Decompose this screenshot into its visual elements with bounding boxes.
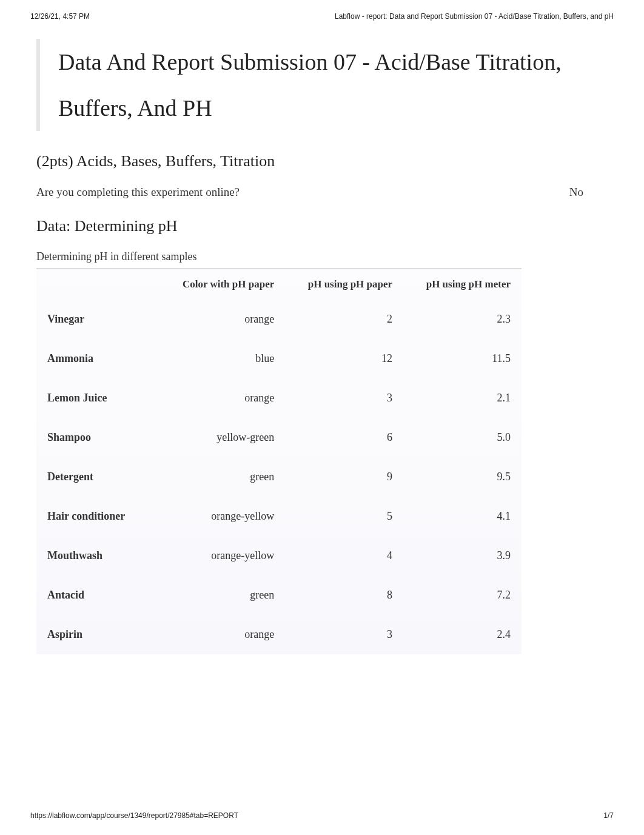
table-row: Detergentgreen99.5: [36, 457, 522, 497]
ph-data-table: Color with pH paper pH using pH paper pH…: [36, 268, 522, 654]
table-cell-color: orange: [167, 615, 285, 654]
table-cell-color: orange-yellow: [167, 497, 285, 536]
table-cell-ph_paper: 4: [285, 536, 403, 575]
print-page-title: Labflow - report: Data and Report Submis…: [335, 12, 614, 21]
table-cell-ph_meter: 5.0: [403, 418, 522, 457]
table-cell-sample: Shampoo: [36, 418, 167, 457]
table-cell-ph_meter: 9.5: [403, 457, 522, 497]
table-cell-sample: Lemon Juice: [36, 378, 167, 418]
table-cell-sample: Mouthwash: [36, 536, 167, 575]
document-content: Data And Report Submission 07 - Acid/Bas…: [0, 27, 644, 654]
table-cell-sample: Detergent: [36, 457, 167, 497]
table-caption: Determining pH in different samples: [36, 250, 608, 263]
section-heading-data-ph: Data: Determining pH: [36, 217, 608, 235]
table-row: Hair conditionerorange-yellow54.1: [36, 497, 522, 536]
table-cell-color: green: [167, 575, 285, 615]
table-cell-sample: Hair conditioner: [36, 497, 167, 536]
section-heading-acids: (2pts) Acids, Bases, Buffers, Titration: [36, 152, 608, 170]
table-cell-ph_meter: 11.5: [403, 339, 522, 378]
table-row: Mouthwashorange-yellow43.9: [36, 536, 522, 575]
print-footer: https://labflow.com/app/course/1349/repo…: [30, 811, 614, 820]
table-cell-ph_paper: 2: [285, 300, 403, 339]
table-cell-color: orange-yellow: [167, 536, 285, 575]
print-timestamp: 12/26/21, 4:57 PM: [30, 12, 90, 21]
table-cell-color: orange: [167, 300, 285, 339]
table-cell-ph_meter: 2.4: [403, 615, 522, 654]
col-ph-meter: pH using pH meter: [403, 269, 522, 300]
table-row: Aspirinorange32.4: [36, 615, 522, 654]
table-cell-color: orange: [167, 378, 285, 418]
table-header-row: Color with pH paper pH using pH paper pH…: [36, 269, 522, 300]
table-cell-ph_meter: 2.3: [403, 300, 522, 339]
table-cell-ph_paper: 3: [285, 378, 403, 418]
table-cell-ph_paper: 9: [285, 457, 403, 497]
table-row: Ammoniablue1211.5: [36, 339, 522, 378]
table-cell-ph_meter: 2.1: [403, 378, 522, 418]
footer-page-number: 1/7: [603, 811, 614, 820]
table-row: Shampooyellow-green65.0: [36, 418, 522, 457]
table-cell-ph_paper: 5: [285, 497, 403, 536]
col-color: Color with pH paper: [167, 269, 285, 300]
table-cell-sample: Antacid: [36, 575, 167, 615]
table-cell-ph_meter: 3.9: [403, 536, 522, 575]
col-sample: [36, 269, 167, 300]
table-cell-sample: Aspirin: [36, 615, 167, 654]
print-header: 12/26/21, 4:57 PM Labflow - report: Data…: [0, 0, 644, 27]
col-ph-paper: pH using pH paper: [285, 269, 403, 300]
table-cell-ph_paper: 3: [285, 615, 403, 654]
table-cell-sample: Ammonia: [36, 339, 167, 378]
footer-url: https://labflow.com/app/course/1349/repo…: [30, 811, 238, 820]
table-cell-color: blue: [167, 339, 285, 378]
table-cell-color: green: [167, 457, 285, 497]
table-row: Antacidgreen87.2: [36, 575, 522, 615]
table-cell-ph_meter: 4.1: [403, 497, 522, 536]
table-cell-sample: Vinegar: [36, 300, 167, 339]
table-row: Vinegarorange22.3: [36, 300, 522, 339]
table-cell-ph_paper: 8: [285, 575, 403, 615]
table-cell-ph_paper: 12: [285, 339, 403, 378]
table-cell-ph_paper: 6: [285, 418, 403, 457]
page-title: Data And Report Submission 07 - Acid/Bas…: [58, 39, 608, 131]
table-row: Lemon Juiceorange32.1: [36, 378, 522, 418]
table-cell-color: yellow-green: [167, 418, 285, 457]
question-answer: No: [569, 186, 583, 199]
question-text: Are you completing this experiment onlin…: [36, 186, 240, 199]
table-cell-ph_meter: 7.2: [403, 575, 522, 615]
question-row: Are you completing this experiment onlin…: [36, 186, 608, 199]
main-title-container: Data And Report Submission 07 - Acid/Bas…: [36, 39, 608, 131]
